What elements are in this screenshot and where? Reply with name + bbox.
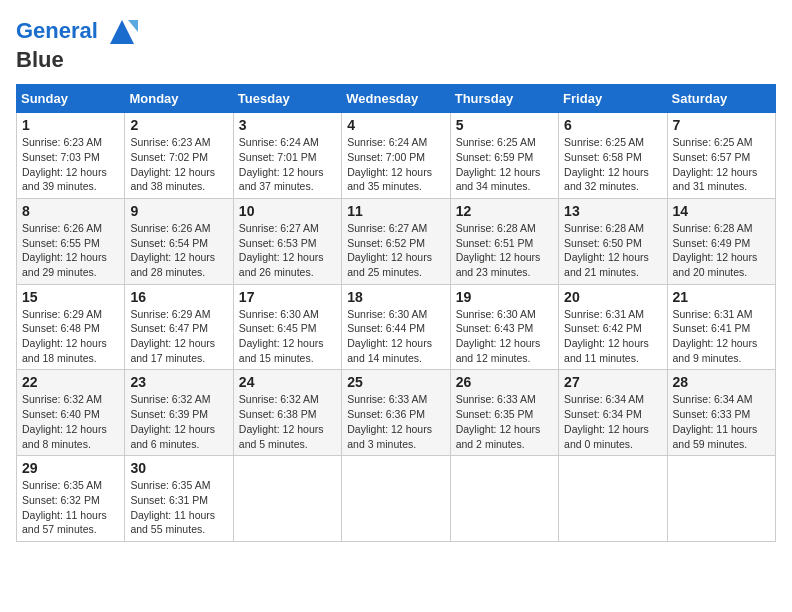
calendar-day-26: 26Sunrise: 6:33 AMSunset: 6:35 PMDayligh… <box>450 370 558 456</box>
calendar-day-23: 23Sunrise: 6:32 AMSunset: 6:39 PMDayligh… <box>125 370 233 456</box>
calendar-day-13: 13Sunrise: 6:28 AMSunset: 6:50 PMDayligh… <box>559 198 667 284</box>
day-number: 22 <box>22 374 119 390</box>
weekday-header-monday: Monday <box>125 85 233 113</box>
day-info: Sunrise: 6:30 AMSunset: 6:45 PMDaylight:… <box>239 307 336 366</box>
day-info: Sunrise: 6:24 AMSunset: 7:00 PMDaylight:… <box>347 135 444 194</box>
day-info: Sunrise: 6:34 AMSunset: 6:34 PMDaylight:… <box>564 392 661 451</box>
day-info: Sunrise: 6:35 AMSunset: 6:31 PMDaylight:… <box>130 478 227 537</box>
day-info: Sunrise: 6:29 AMSunset: 6:48 PMDaylight:… <box>22 307 119 366</box>
calendar-day-18: 18Sunrise: 6:30 AMSunset: 6:44 PMDayligh… <box>342 284 450 370</box>
day-number: 12 <box>456 203 553 219</box>
day-number: 25 <box>347 374 444 390</box>
svg-marker-1 <box>128 20 138 32</box>
calendar-day-30: 30Sunrise: 6:35 AMSunset: 6:31 PMDayligh… <box>125 456 233 542</box>
day-info: Sunrise: 6:28 AMSunset: 6:49 PMDaylight:… <box>673 221 770 280</box>
day-info: Sunrise: 6:25 AMSunset: 6:59 PMDaylight:… <box>456 135 553 194</box>
day-number: 8 <box>22 203 119 219</box>
day-number: 24 <box>239 374 336 390</box>
day-info: Sunrise: 6:29 AMSunset: 6:47 PMDaylight:… <box>130 307 227 366</box>
day-number: 10 <box>239 203 336 219</box>
calendar-day-29: 29Sunrise: 6:35 AMSunset: 6:32 PMDayligh… <box>17 456 125 542</box>
day-number: 21 <box>673 289 770 305</box>
page-header: General Blue <box>16 16 776 72</box>
day-number: 30 <box>130 460 227 476</box>
weekday-header-saturday: Saturday <box>667 85 775 113</box>
empty-cell <box>559 456 667 542</box>
day-number: 2 <box>130 117 227 133</box>
day-info: Sunrise: 6:27 AMSunset: 6:52 PMDaylight:… <box>347 221 444 280</box>
calendar-day-3: 3Sunrise: 6:24 AMSunset: 7:01 PMDaylight… <box>233 113 341 199</box>
day-info: Sunrise: 6:23 AMSunset: 7:03 PMDaylight:… <box>22 135 119 194</box>
day-info: Sunrise: 6:34 AMSunset: 6:33 PMDaylight:… <box>673 392 770 451</box>
calendar-day-6: 6Sunrise: 6:25 AMSunset: 6:58 PMDaylight… <box>559 113 667 199</box>
day-info: Sunrise: 6:24 AMSunset: 7:01 PMDaylight:… <box>239 135 336 194</box>
day-info: Sunrise: 6:28 AMSunset: 6:50 PMDaylight:… <box>564 221 661 280</box>
day-info: Sunrise: 6:31 AMSunset: 6:42 PMDaylight:… <box>564 307 661 366</box>
calendar-day-1: 1Sunrise: 6:23 AMSunset: 7:03 PMDaylight… <box>17 113 125 199</box>
day-info: Sunrise: 6:26 AMSunset: 6:54 PMDaylight:… <box>130 221 227 280</box>
day-number: 20 <box>564 289 661 305</box>
day-number: 18 <box>347 289 444 305</box>
day-info: Sunrise: 6:25 AMSunset: 6:58 PMDaylight:… <box>564 135 661 194</box>
day-number: 1 <box>22 117 119 133</box>
calendar-day-20: 20Sunrise: 6:31 AMSunset: 6:42 PMDayligh… <box>559 284 667 370</box>
day-info: Sunrise: 6:35 AMSunset: 6:32 PMDaylight:… <box>22 478 119 537</box>
calendar-day-27: 27Sunrise: 6:34 AMSunset: 6:34 PMDayligh… <box>559 370 667 456</box>
day-number: 14 <box>673 203 770 219</box>
calendar-day-7: 7Sunrise: 6:25 AMSunset: 6:57 PMDaylight… <box>667 113 775 199</box>
weekday-header-sunday: Sunday <box>17 85 125 113</box>
empty-cell <box>667 456 775 542</box>
day-info: Sunrise: 6:33 AMSunset: 6:36 PMDaylight:… <box>347 392 444 451</box>
calendar-day-2: 2Sunrise: 6:23 AMSunset: 7:02 PMDaylight… <box>125 113 233 199</box>
day-info: Sunrise: 6:28 AMSunset: 6:51 PMDaylight:… <box>456 221 553 280</box>
day-number: 23 <box>130 374 227 390</box>
day-info: Sunrise: 6:32 AMSunset: 6:38 PMDaylight:… <box>239 392 336 451</box>
day-number: 6 <box>564 117 661 133</box>
logo-text: General Blue <box>16 16 138 72</box>
day-number: 4 <box>347 117 444 133</box>
weekday-header-friday: Friday <box>559 85 667 113</box>
calendar-table: SundayMondayTuesdayWednesdayThursdayFrid… <box>16 84 776 542</box>
day-info: Sunrise: 6:25 AMSunset: 6:57 PMDaylight:… <box>673 135 770 194</box>
day-number: 9 <box>130 203 227 219</box>
day-number: 15 <box>22 289 119 305</box>
calendar-day-9: 9Sunrise: 6:26 AMSunset: 6:54 PMDaylight… <box>125 198 233 284</box>
weekday-header-thursday: Thursday <box>450 85 558 113</box>
calendar-day-22: 22Sunrise: 6:32 AMSunset: 6:40 PMDayligh… <box>17 370 125 456</box>
day-number: 7 <box>673 117 770 133</box>
day-number: 27 <box>564 374 661 390</box>
calendar-day-10: 10Sunrise: 6:27 AMSunset: 6:53 PMDayligh… <box>233 198 341 284</box>
calendar-day-25: 25Sunrise: 6:33 AMSunset: 6:36 PMDayligh… <box>342 370 450 456</box>
calendar-day-19: 19Sunrise: 6:30 AMSunset: 6:43 PMDayligh… <box>450 284 558 370</box>
day-number: 13 <box>564 203 661 219</box>
empty-cell <box>233 456 341 542</box>
calendar-day-14: 14Sunrise: 6:28 AMSunset: 6:49 PMDayligh… <box>667 198 775 284</box>
calendar-day-28: 28Sunrise: 6:34 AMSunset: 6:33 PMDayligh… <box>667 370 775 456</box>
day-info: Sunrise: 6:26 AMSunset: 6:55 PMDaylight:… <box>22 221 119 280</box>
day-info: Sunrise: 6:30 AMSunset: 6:44 PMDaylight:… <box>347 307 444 366</box>
day-number: 3 <box>239 117 336 133</box>
calendar-day-4: 4Sunrise: 6:24 AMSunset: 7:00 PMDaylight… <box>342 113 450 199</box>
calendar-day-5: 5Sunrise: 6:25 AMSunset: 6:59 PMDaylight… <box>450 113 558 199</box>
day-info: Sunrise: 6:32 AMSunset: 6:39 PMDaylight:… <box>130 392 227 451</box>
calendar-day-21: 21Sunrise: 6:31 AMSunset: 6:41 PMDayligh… <box>667 284 775 370</box>
calendar-day-16: 16Sunrise: 6:29 AMSunset: 6:47 PMDayligh… <box>125 284 233 370</box>
day-info: Sunrise: 6:30 AMSunset: 6:43 PMDaylight:… <box>456 307 553 366</box>
calendar-day-11: 11Sunrise: 6:27 AMSunset: 6:52 PMDayligh… <box>342 198 450 284</box>
day-info: Sunrise: 6:23 AMSunset: 7:02 PMDaylight:… <box>130 135 227 194</box>
day-number: 29 <box>22 460 119 476</box>
day-info: Sunrise: 6:33 AMSunset: 6:35 PMDaylight:… <box>456 392 553 451</box>
calendar-day-17: 17Sunrise: 6:30 AMSunset: 6:45 PMDayligh… <box>233 284 341 370</box>
day-number: 28 <box>673 374 770 390</box>
logo: General Blue <box>16 16 138 72</box>
day-info: Sunrise: 6:32 AMSunset: 6:40 PMDaylight:… <box>22 392 119 451</box>
empty-cell <box>342 456 450 542</box>
calendar-day-24: 24Sunrise: 6:32 AMSunset: 6:38 PMDayligh… <box>233 370 341 456</box>
day-info: Sunrise: 6:27 AMSunset: 6:53 PMDaylight:… <box>239 221 336 280</box>
weekday-header-tuesday: Tuesday <box>233 85 341 113</box>
day-number: 5 <box>456 117 553 133</box>
calendar-day-8: 8Sunrise: 6:26 AMSunset: 6:55 PMDaylight… <box>17 198 125 284</box>
calendar-day-15: 15Sunrise: 6:29 AMSunset: 6:48 PMDayligh… <box>17 284 125 370</box>
svg-marker-0 <box>110 20 134 44</box>
day-info: Sunrise: 6:31 AMSunset: 6:41 PMDaylight:… <box>673 307 770 366</box>
